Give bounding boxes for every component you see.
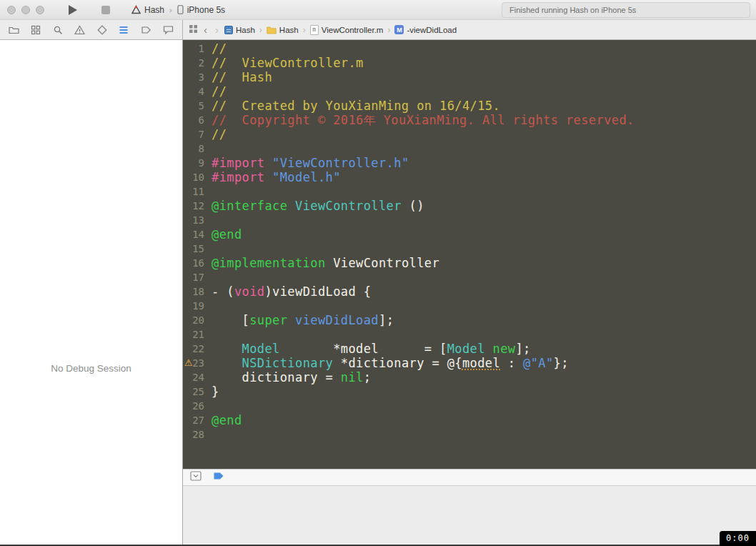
line-number-gutter[interactable]: 12	[183, 199, 212, 213]
line-number: 2	[199, 57, 204, 69]
code-line: 20 [super viewDidLoad];	[183, 313, 756, 327]
line-number-gutter[interactable]: 26	[183, 399, 212, 413]
project-icon	[224, 26, 233, 34]
warning-icon[interactable]: ⚠	[184, 356, 193, 370]
code-text: NSDictionary *dictionary = @{model : @"A…	[212, 356, 569, 370]
line-number-gutter[interactable]: 22	[183, 342, 212, 356]
code-token-comment2: // Copyright © 2016年 YouXianMing. All ri…	[212, 113, 635, 127]
no-debug-session-label: No Debug Session	[0, 363, 182, 374]
line-number-gutter[interactable]: 9	[183, 156, 212, 170]
navigator-selector-bar	[0, 20, 183, 39]
debug-console-area[interactable]	[183, 485, 756, 545]
line-number-gutter[interactable]: 2	[183, 56, 212, 70]
code-text: }	[212, 384, 219, 399]
search-navigator-icon[interactable]	[53, 25, 63, 35]
line-number-gutter[interactable]: 11	[183, 184, 212, 199]
code-text: dictionary = nil;	[212, 370, 371, 384]
scheme-selector[interactable]: Hash › iPhone 5s	[131, 5, 225, 15]
debug-navigator-icon[interactable]	[119, 25, 129, 35]
line-number-gutter[interactable]: 24	[183, 370, 212, 384]
line-number-gutter[interactable]: 21	[183, 327, 212, 342]
code-line: 22 Model *model = [Model new];	[183, 342, 756, 356]
breadcrumb-separator-icon: ›	[259, 25, 263, 35]
line-number: 19	[192, 300, 204, 312]
line-number: 10	[192, 172, 204, 183]
line-number: 3	[199, 71, 204, 83]
breadcrumb-project[interactable]: Hash	[224, 26, 255, 34]
code-token-type: Model	[242, 342, 280, 356]
code-token-plain: *dictionary = @{	[333, 356, 462, 370]
scheme-chevron-icon: ›	[168, 6, 174, 14]
line-number-gutter[interactable]: 10	[183, 170, 212, 184]
zoom-window-button[interactable]	[36, 6, 44, 14]
line-number-gutter[interactable]: 14	[183, 227, 212, 242]
code-token-pre: #import	[212, 156, 264, 170]
code-token-str: "ViewController.h"	[272, 156, 409, 170]
line-number-gutter[interactable]: 7	[183, 127, 212, 142]
code-line: 28	[183, 427, 756, 442]
code-token-str: @"A"	[523, 356, 554, 370]
scheme-name: Hash	[144, 5, 164, 15]
breakpoint-navigator-icon[interactable]	[141, 25, 151, 35]
minimize-window-button[interactable]	[21, 6, 30, 14]
line-number-gutter[interactable]: 25	[183, 384, 212, 399]
project-navigator-icon[interactable]	[9, 25, 19, 35]
code-line: 17	[183, 270, 756, 284]
breakpoints-toggle-icon[interactable]	[213, 471, 224, 484]
code-line: 3// Hash	[183, 70, 756, 84]
code-text: @end	[212, 413, 242, 427]
line-number-gutter[interactable]: 8	[183, 142, 212, 156]
xcode-window: Hash › iPhone 5s Finished running Hash o…	[0, 0, 756, 546]
code-line: 11	[183, 184, 756, 199]
code-line: 4//	[183, 84, 756, 99]
run-icon	[69, 5, 77, 15]
line-number-gutter[interactable]: 27	[183, 413, 212, 427]
editor-bottom-bar	[183, 469, 756, 485]
line-number-gutter[interactable]: 15	[183, 242, 212, 256]
code-line: 2// ViewController.m	[183, 56, 756, 70]
line-number-gutter[interactable]: 20	[183, 313, 212, 327]
go-back-button[interactable]: ‹	[202, 24, 209, 35]
line-number-gutter[interactable]: 5	[183, 99, 212, 113]
test-navigator-icon[interactable]	[97, 25, 107, 35]
line-number-gutter[interactable]: 17	[183, 270, 212, 284]
line-number-gutter[interactable]: 3	[183, 70, 212, 84]
code-text: Model *model = [Model new];	[212, 342, 531, 356]
go-forward-button[interactable]: ›	[213, 24, 221, 35]
code-text: #import "Model.h"	[212, 170, 341, 184]
breadcrumb-method[interactable]: M -viewDidLoad	[394, 25, 457, 34]
line-number: 12	[192, 200, 204, 212]
stop-button[interactable]	[97, 3, 114, 17]
report-navigator-icon[interactable]	[163, 25, 174, 35]
symbol-navigator-icon[interactable]	[31, 25, 41, 35]
code-token-kw: new	[493, 342, 516, 356]
titlebar: Hash › iPhone 5s Finished running Hash o…	[0, 0, 756, 20]
code-text: @end	[212, 227, 242, 242]
source-editor[interactable]: 1//2// ViewController.m3// Hash4//5// Cr…	[183, 40, 756, 469]
line-number-gutter[interactable]: 19	[183, 299, 212, 313]
code-token-pre: void	[234, 284, 265, 299]
line-number-gutter[interactable]: 4	[183, 84, 212, 99]
run-button[interactable]	[64, 3, 81, 17]
line-number-gutter[interactable]: 16	[183, 256, 212, 270]
issue-navigator-icon[interactable]	[74, 25, 85, 35]
line-number-gutter[interactable]: 13	[183, 213, 212, 227]
code-token-plain	[287, 313, 295, 327]
breadcrumb-group[interactable]: Hash	[267, 26, 299, 34]
code-token-kw: super	[249, 313, 287, 327]
line-number-gutter[interactable]: 18	[183, 284, 212, 299]
code-token-plain	[264, 170, 272, 184]
line-number-gutter[interactable]: 6	[183, 113, 212, 127]
code-token-comment: //	[212, 84, 227, 99]
breadcrumb-file[interactable]: m ViewController.m	[310, 25, 384, 35]
close-window-button[interactable]	[7, 6, 16, 14]
code-token-plain: )viewDidLoad {	[264, 284, 371, 299]
toggle-debug-area-button[interactable]	[190, 471, 202, 484]
code-token-warnword: model	[462, 356, 500, 370]
related-items-icon[interactable]	[189, 24, 198, 35]
line-number-gutter[interactable]: 28	[183, 427, 212, 442]
line-number-gutter[interactable]: ⚠23	[183, 356, 212, 370]
code-token-plain: :	[500, 356, 523, 370]
code-line: 27@end	[183, 413, 756, 427]
line-number-gutter[interactable]: 1	[183, 41, 212, 56]
